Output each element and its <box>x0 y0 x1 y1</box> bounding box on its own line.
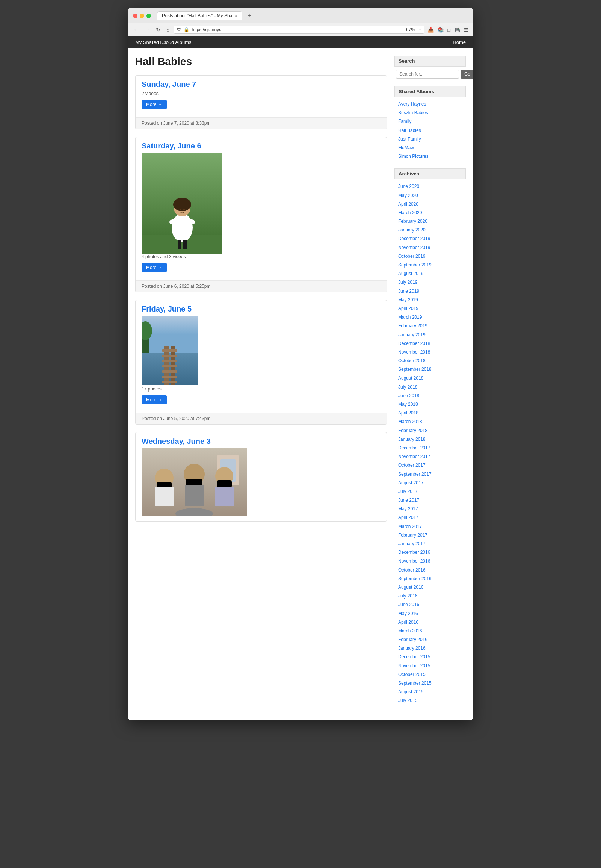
maximize-button[interactable] <box>146 14 151 18</box>
archive-link[interactable]: February 2018 <box>394 426 466 435</box>
forward-button[interactable]: → <box>143 26 152 34</box>
close-button[interactable] <box>133 14 137 18</box>
bookmarks-icon[interactable]: 📚 <box>436 26 445 34</box>
archive-link[interactable]: October 2015 <box>394 670 466 679</box>
archive-link[interactable]: September 2018 <box>394 365 466 374</box>
archive-link[interactable]: January 2019 <box>394 331 466 339</box>
archive-link[interactable]: November 2016 <box>394 557 466 565</box>
archive-link[interactable]: February 2016 <box>394 636 466 644</box>
archive-link[interactable]: September 2016 <box>394 575 466 583</box>
archive-link[interactable]: December 2015 <box>394 653 466 661</box>
site-header: My Shared iCloud Albums Home <box>128 37 473 48</box>
archive-link[interactable]: August 2019 <box>394 269 466 278</box>
post-4-image <box>142 448 380 517</box>
search-input[interactable] <box>396 70 459 78</box>
archive-link[interactable]: July 2015 <box>394 696 466 705</box>
archive-link[interactable]: March 2017 <box>394 522 466 531</box>
search-go-button[interactable]: Go! <box>461 70 473 78</box>
archive-link[interactable]: April 2017 <box>394 513 466 522</box>
archive-link[interactable]: August 2015 <box>394 688 466 696</box>
archive-link[interactable]: February 2020 <box>394 217 466 226</box>
post-3-more-button[interactable]: More → <box>142 395 167 404</box>
archive-link[interactable]: December 2017 <box>394 444 466 452</box>
archive-link[interactable]: October 2017 <box>394 461 466 470</box>
archive-link[interactable]: October 2018 <box>394 357 466 365</box>
archive-link[interactable]: May 2016 <box>394 610 466 618</box>
archive-link[interactable]: June 2018 <box>394 391 466 400</box>
reader-icon[interactable]: □ <box>446 26 452 34</box>
archive-link[interactable]: June 2020 <box>394 182 466 191</box>
archive-link[interactable]: July 2018 <box>394 383 466 391</box>
shared-album-link[interactable]: Simon Pictures <box>394 152 466 161</box>
archive-link[interactable]: August 2017 <box>394 479 466 487</box>
archive-link[interactable]: November 2017 <box>394 452 466 461</box>
pocket-icon[interactable]: 📥 <box>427 26 435 34</box>
archive-link[interactable]: April 2020 <box>394 200 466 209</box>
archive-link[interactable]: August 2016 <box>394 583 466 592</box>
post-1-more-button[interactable]: More → <box>142 100 167 109</box>
archive-link[interactable]: March 2019 <box>394 313 466 322</box>
archive-link[interactable]: September 2019 <box>394 261 466 269</box>
shared-album-link[interactable]: Buszka Babies <box>394 108 466 117</box>
archive-link[interactable]: February 2019 <box>394 322 466 330</box>
archive-link[interactable]: December 2018 <box>394 339 466 348</box>
new-tab-button[interactable]: + <box>245 12 253 20</box>
shared-album-link[interactable]: Family <box>394 117 466 126</box>
menu-icon[interactable]: ☰ <box>463 26 470 34</box>
archive-link[interactable]: November 2018 <box>394 348 466 357</box>
archive-link[interactable]: April 2018 <box>394 409 466 417</box>
archive-link[interactable]: June 2019 <box>394 287 466 296</box>
archive-link[interactable]: April 2019 <box>394 304 466 313</box>
archive-link[interactable]: July 2016 <box>394 592 466 601</box>
archive-link[interactable]: March 2016 <box>394 627 466 636</box>
archive-link[interactable]: September 2015 <box>394 679 466 688</box>
archive-link[interactable]: July 2019 <box>394 278 466 287</box>
archive-link[interactable]: May 2019 <box>394 296 466 304</box>
archive-link[interactable]: January 2018 <box>394 435 466 444</box>
shared-album-link[interactable]: Avery Haynes <box>394 100 466 108</box>
extensions-icon[interactable]: 🎮 <box>453 26 461 34</box>
archive-link[interactable]: May 2018 <box>394 400 466 409</box>
archive-link[interactable]: December 2019 <box>394 234 466 243</box>
archive-link[interactable]: May 2020 <box>394 191 466 200</box>
browser-toolbar: ← → ↻ ⌂ 🛡 🔒 https://grannys 67% ··· 📥 📚 … <box>128 23 473 37</box>
archive-link[interactable]: February 2017 <box>394 531 466 539</box>
archive-link[interactable]: January 2020 <box>394 226 466 234</box>
shared-album-link[interactable]: Just Family <box>394 135 466 144</box>
post-2-more-button[interactable]: More → <box>142 263 167 272</box>
back-button[interactable]: ← <box>131 26 140 34</box>
shared-album-link[interactable]: MeMaw <box>394 144 466 152</box>
minimize-button[interactable] <box>140 14 144 18</box>
archive-link[interactable]: July 2017 <box>394 487 466 496</box>
archive-link[interactable]: October 2019 <box>394 252 466 261</box>
svg-rect-5 <box>178 240 182 249</box>
archive-link[interactable]: December 2016 <box>394 548 466 557</box>
archive-link[interactable]: January 2017 <box>394 539 466 548</box>
tab-close-icon[interactable]: ✕ <box>234 14 237 18</box>
archive-link[interactable]: August 2018 <box>394 374 466 382</box>
svg-rect-6 <box>183 240 187 249</box>
traffic-lights <box>133 14 151 18</box>
archive-link[interactable]: October 2016 <box>394 566 466 575</box>
svg-rect-34 <box>217 480 232 488</box>
refresh-button[interactable]: ↻ <box>154 26 162 34</box>
home-link[interactable]: Home <box>453 40 466 45</box>
url-bar[interactable]: 🛡 🔒 https://grannys 67% ··· <box>174 26 424 34</box>
archive-link[interactable]: January 2016 <box>394 644 466 653</box>
browser-tab[interactable]: Posts about "Hall Babies" - My Sha ✕ <box>157 11 242 20</box>
archive-link[interactable]: April 2016 <box>394 618 466 627</box>
archive-link[interactable]: June 2016 <box>394 601 466 609</box>
home-button[interactable]: ⌂ <box>165 26 171 34</box>
url-zoom: 67% <box>406 27 415 32</box>
url-more-icon[interactable]: ··· <box>417 27 421 32</box>
archive-link[interactable]: June 2017 <box>394 496 466 505</box>
archive-link[interactable]: November 2019 <box>394 243 466 252</box>
archive-link[interactable]: March 2018 <box>394 417 466 426</box>
archive-link[interactable]: September 2017 <box>394 470 466 479</box>
svg-rect-32 <box>185 486 204 506</box>
post-1-header: Sunday, June 7 2 videos More → <box>136 75 386 117</box>
archive-link[interactable]: November 2015 <box>394 662 466 670</box>
shared-album-link[interactable]: Hall Babies <box>394 126 466 135</box>
archive-link[interactable]: March 2020 <box>394 209 466 217</box>
archive-link[interactable]: May 2017 <box>394 505 466 513</box>
